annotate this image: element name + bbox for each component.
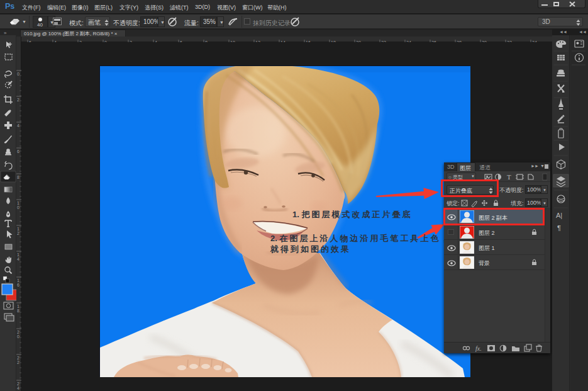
svg-text:6: 6 [17, 283, 19, 287]
svg-text:4: 4 [17, 123, 19, 128]
svg-text:4: 4 [17, 257, 19, 261]
svg-text:fx.: fx. [475, 345, 482, 352]
svg-text:0: 0 [17, 334, 19, 339]
svg-text:1: 1 [17, 304, 19, 309]
svg-text:0: 0 [17, 205, 19, 210]
svg-text:0: 0 [17, 72, 19, 76]
svg-text:2: 2 [17, 330, 19, 334]
svg-text:4: 4 [17, 386, 19, 390]
svg-text:2: 2 [17, 356, 19, 360]
svg-text:2: 2 [17, 98, 19, 102]
svg-text:1: 1 [17, 201, 19, 205]
svg-text:1: 1 [17, 252, 19, 257]
svg-text:2: 2 [17, 231, 19, 235]
svg-text:8: 8 [17, 175, 19, 179]
svg-text:T: T [507, 173, 511, 181]
svg-text:2: 2 [17, 360, 19, 365]
svg-text:1: 1 [17, 227, 19, 231]
svg-text:2: 2 [17, 382, 19, 386]
svg-text:1: 1 [17, 278, 19, 283]
svg-text:8: 8 [17, 309, 19, 313]
svg-text:6: 6 [17, 149, 19, 154]
